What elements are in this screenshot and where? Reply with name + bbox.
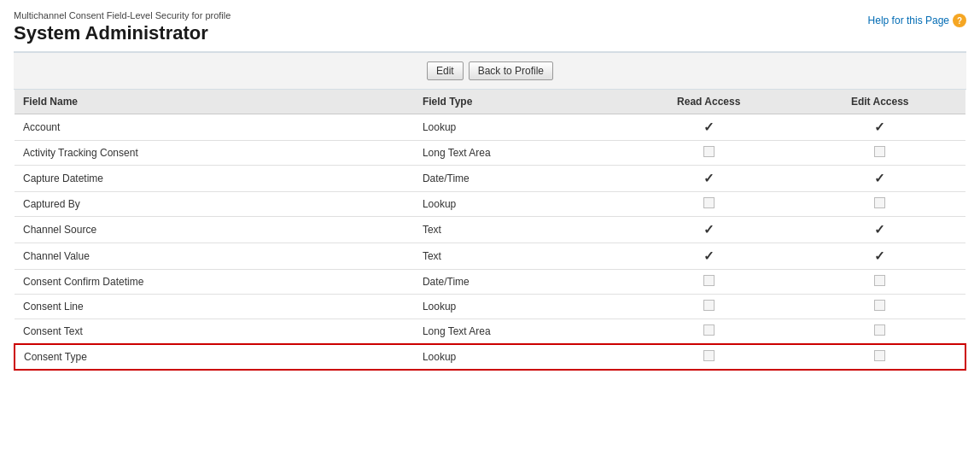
cell-field-name: Consent Confirm Datetime bbox=[15, 270, 414, 295]
help-icon[interactable]: ? bbox=[953, 14, 966, 27]
table-row: Consent TypeLookup bbox=[15, 344, 965, 370]
checkbox-empty-read bbox=[703, 275, 715, 286]
checkmark-edit: ✓ bbox=[874, 120, 885, 134]
cell-read-access bbox=[623, 344, 795, 370]
field-security-table: Field Name Field Type Read Access Edit A… bbox=[14, 90, 966, 371]
table-row: Activity Tracking ConsentLong Text Area bbox=[15, 141, 965, 166]
cell-field-name: Capture Datetime bbox=[15, 166, 414, 192]
cell-edit-access bbox=[794, 344, 965, 370]
cell-field-name: Activity Tracking Consent bbox=[15, 141, 414, 166]
table-row: Channel ValueText✓✓ bbox=[15, 243, 965, 270]
cell-field-type: Text bbox=[414, 217, 623, 243]
cell-field-name: Captured By bbox=[15, 192, 414, 217]
cell-field-type: Text bbox=[414, 243, 623, 270]
column-header-read-access: Read Access bbox=[623, 90, 795, 114]
cell-field-name: Account bbox=[15, 114, 414, 141]
cell-read-access: ✓ bbox=[623, 114, 795, 141]
checkbox-empty-read bbox=[703, 350, 715, 361]
checkbox-empty-edit bbox=[874, 300, 885, 311]
cell-field-type: Lookup bbox=[414, 114, 623, 141]
cell-field-type: Long Text Area bbox=[414, 319, 623, 345]
cell-read-access bbox=[623, 319, 795, 345]
page-wrapper: Multichannel Consent Field-Level Securit… bbox=[0, 0, 980, 450]
checkbox-empty-read bbox=[703, 300, 715, 311]
cell-field-type: Date/Time bbox=[414, 270, 623, 295]
cell-edit-access bbox=[794, 192, 965, 217]
table-row: AccountLookup✓✓ bbox=[15, 114, 965, 141]
checkbox-empty-edit bbox=[874, 324, 885, 336]
cell-read-access: ✓ bbox=[623, 243, 795, 270]
cell-read-access bbox=[623, 270, 795, 295]
checkbox-empty-read bbox=[703, 324, 715, 336]
checkmark-read: ✓ bbox=[703, 120, 715, 134]
header-right: Help for this Page ? bbox=[868, 14, 966, 27]
cell-read-access bbox=[623, 192, 795, 217]
checkbox-empty-read bbox=[703, 146, 715, 157]
checkmark-edit: ✓ bbox=[874, 171, 885, 185]
page-subtitle: Multichannel Consent Field-Level Securit… bbox=[14, 10, 230, 20]
cell-edit-access bbox=[794, 295, 965, 319]
table-row: Consent Confirm DatetimeDate/Time bbox=[15, 270, 965, 295]
header-left: Multichannel Consent Field-Level Securit… bbox=[14, 10, 230, 44]
table-header-row: Field Name Field Type Read Access Edit A… bbox=[15, 90, 965, 114]
cell-edit-access bbox=[794, 141, 965, 166]
column-header-field-type: Field Type bbox=[414, 90, 623, 114]
page-title: System Administrator bbox=[14, 22, 230, 44]
checkmark-read: ✓ bbox=[703, 171, 715, 185]
cell-field-name: Channel Source bbox=[15, 217, 414, 243]
cell-edit-access bbox=[794, 270, 965, 295]
cell-read-access: ✓ bbox=[623, 217, 795, 243]
cell-edit-access: ✓ bbox=[794, 166, 965, 192]
cell-field-type: Long Text Area bbox=[414, 141, 623, 166]
cell-edit-access: ✓ bbox=[794, 217, 965, 243]
table-row: Consent TextLong Text Area bbox=[15, 319, 965, 345]
table-row: Consent LineLookup bbox=[15, 295, 965, 319]
column-header-edit-access: Edit Access bbox=[794, 90, 965, 114]
cell-field-type: Lookup bbox=[414, 192, 623, 217]
table-body: AccountLookup✓✓Activity Tracking Consent… bbox=[15, 114, 965, 371]
table-row: Channel SourceText✓✓ bbox=[15, 217, 965, 243]
cell-read-access: ✓ bbox=[623, 166, 795, 192]
checkmark-edit: ✓ bbox=[874, 222, 885, 237]
checkbox-empty-edit bbox=[874, 146, 885, 157]
cell-edit-access bbox=[794, 319, 965, 345]
cell-field-name: Consent Text bbox=[15, 319, 414, 345]
header-area: Multichannel Consent Field-Level Securit… bbox=[14, 10, 966, 53]
cell-field-type: Lookup bbox=[414, 344, 623, 370]
checkbox-empty-read bbox=[703, 197, 715, 208]
table-header: Field Name Field Type Read Access Edit A… bbox=[15, 90, 965, 114]
cell-field-type: Date/Time bbox=[414, 166, 623, 192]
edit-button[interactable]: Edit bbox=[427, 61, 464, 80]
help-link[interactable]: Help for this Page bbox=[868, 15, 949, 26]
checkmark-read: ✓ bbox=[703, 222, 715, 237]
column-header-field-name: Field Name bbox=[15, 90, 414, 114]
cell-field-name: Channel Value bbox=[15, 243, 414, 270]
cell-read-access bbox=[623, 295, 795, 319]
checkbox-empty-edit bbox=[874, 197, 885, 208]
cell-field-name: Consent Type bbox=[15, 344, 414, 370]
cell-edit-access: ✓ bbox=[794, 243, 965, 270]
cell-field-type: Lookup bbox=[414, 295, 623, 319]
back-to-profile-button[interactable]: Back to Profile bbox=[469, 61, 553, 80]
checkbox-empty-edit bbox=[874, 350, 885, 361]
cell-edit-access: ✓ bbox=[794, 114, 965, 141]
checkbox-empty-edit bbox=[874, 275, 885, 286]
cell-read-access bbox=[623, 141, 795, 166]
checkmark-edit: ✓ bbox=[874, 248, 885, 263]
cell-field-name: Consent Line bbox=[15, 295, 414, 319]
table-row: Captured ByLookup bbox=[15, 192, 965, 217]
checkmark-read: ✓ bbox=[703, 248, 715, 263]
table-row: Capture DatetimeDate/Time✓✓ bbox=[15, 166, 965, 192]
toolbar: Edit Back to Profile bbox=[14, 53, 966, 90]
